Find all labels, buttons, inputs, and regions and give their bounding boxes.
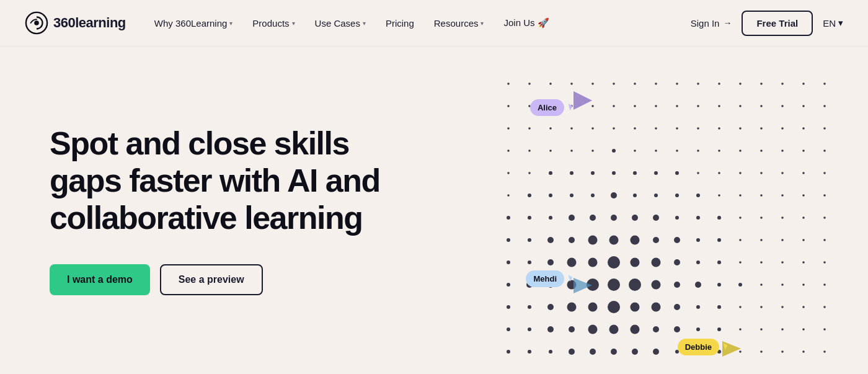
svg-point-157 xyxy=(674,282,680,288)
svg-point-52 xyxy=(823,127,826,130)
svg-point-84 xyxy=(823,172,826,174)
svg-point-80 xyxy=(739,172,742,174)
svg-point-176 xyxy=(739,306,742,308)
language-selector[interactable]: EN ▾ xyxy=(823,17,843,29)
nav-pricing[interactable]: Pricing xyxy=(377,13,423,33)
nav-right: Sign In → Free Trial EN ▾ xyxy=(691,11,843,36)
svg-point-116 xyxy=(823,216,826,219)
svg-point-102 xyxy=(528,216,531,220)
svg-point-184 xyxy=(569,326,575,332)
svg-point-27 xyxy=(634,105,636,107)
free-trial-button[interactable]: Free Trial xyxy=(742,11,813,36)
svg-point-115 xyxy=(802,216,805,219)
svg-point-18 xyxy=(781,82,784,85)
svg-point-147 xyxy=(802,261,805,264)
svg-point-108 xyxy=(653,215,659,221)
svg-point-194 xyxy=(781,328,784,331)
svg-point-91 xyxy=(633,194,637,197)
svg-point-48 xyxy=(739,127,742,130)
svg-point-104 xyxy=(569,215,575,221)
svg-point-87 xyxy=(549,194,552,197)
svg-point-212 xyxy=(823,350,826,353)
svg-point-95 xyxy=(718,194,720,197)
svg-point-107 xyxy=(632,215,638,221)
svg-point-174 xyxy=(696,305,700,309)
svg-point-201 xyxy=(590,349,596,355)
svg-point-1 xyxy=(34,20,39,25)
svg-point-85 xyxy=(507,194,510,197)
svg-point-121 xyxy=(588,236,598,245)
svg-point-158 xyxy=(695,282,701,288)
sign-in-link[interactable]: Sign In → xyxy=(691,18,732,29)
svg-point-204 xyxy=(653,349,659,355)
svg-point-72 xyxy=(570,171,574,175)
svg-point-13 xyxy=(676,82,678,85)
svg-point-162 xyxy=(781,283,784,286)
svg-point-118 xyxy=(528,238,531,242)
svg-point-114 xyxy=(781,216,784,219)
nav-join-us[interactable]: Join Us 🚀 xyxy=(495,12,557,33)
svg-point-32 xyxy=(739,105,742,107)
logo[interactable]: 360learning xyxy=(25,11,126,35)
svg-point-41 xyxy=(591,127,594,130)
svg-point-75 xyxy=(633,171,637,175)
svg-point-171 xyxy=(631,303,640,312)
svg-point-96 xyxy=(739,194,742,197)
svg-point-136 xyxy=(567,258,577,267)
svg-point-99 xyxy=(802,194,805,197)
svg-point-53 xyxy=(507,149,510,152)
svg-point-187 xyxy=(631,325,640,334)
svg-point-123 xyxy=(631,236,640,245)
svg-point-145 xyxy=(760,261,763,264)
nav-use-cases[interactable]: Use Cases ▾ xyxy=(306,13,374,33)
svg-point-172 xyxy=(652,303,661,312)
preview-button[interactable]: See a preview xyxy=(160,264,263,295)
nav-why-360learning[interactable]: Why 360Learning ▾ xyxy=(146,13,242,33)
svg-point-135 xyxy=(547,259,554,265)
svg-point-39 xyxy=(549,127,552,130)
svg-point-175 xyxy=(717,305,721,309)
svg-point-47 xyxy=(718,127,720,130)
mehdi-arrow-icon xyxy=(574,278,592,293)
demo-button[interactable]: I want a demo xyxy=(50,264,150,295)
svg-point-185 xyxy=(588,325,598,334)
svg-point-197 xyxy=(507,350,510,354)
svg-point-131 xyxy=(802,239,805,241)
svg-point-74 xyxy=(612,171,616,175)
svg-point-60 xyxy=(655,149,657,152)
svg-point-126 xyxy=(696,238,700,242)
svg-point-186 xyxy=(609,325,619,334)
nav-resources[interactable]: Resources ▾ xyxy=(425,13,493,33)
svg-point-71 xyxy=(549,171,552,175)
chevron-icon: ▾ xyxy=(480,20,484,27)
svg-point-156 xyxy=(652,280,661,290)
badge-alice: Alice xyxy=(530,99,564,116)
svg-point-31 xyxy=(718,105,720,107)
svg-point-82 xyxy=(781,172,784,174)
svg-point-199 xyxy=(549,350,552,354)
arrow-icon: → xyxy=(723,18,732,28)
chevron-icon: ▾ xyxy=(229,20,232,27)
svg-point-40 xyxy=(570,127,573,130)
svg-point-144 xyxy=(739,261,742,264)
svg-point-141 xyxy=(674,259,680,265)
svg-point-8 xyxy=(570,82,573,85)
svg-point-155 xyxy=(629,278,641,291)
logo-icon xyxy=(25,11,48,35)
svg-point-11 xyxy=(634,82,636,85)
svg-point-14 xyxy=(697,82,699,85)
svg-point-202 xyxy=(611,349,617,355)
badge-debbie: Debbie xyxy=(678,339,719,355)
svg-point-64 xyxy=(739,149,742,152)
nav-products[interactable]: Products ▾ xyxy=(244,13,303,33)
svg-point-106 xyxy=(611,215,617,221)
svg-point-61 xyxy=(676,149,678,152)
svg-point-134 xyxy=(528,260,531,264)
svg-point-143 xyxy=(717,260,721,264)
svg-point-37 xyxy=(507,127,510,130)
svg-point-196 xyxy=(823,328,826,331)
svg-point-177 xyxy=(760,306,763,308)
svg-point-179 xyxy=(802,306,805,308)
svg-point-98 xyxy=(781,194,784,197)
svg-point-203 xyxy=(632,349,638,355)
